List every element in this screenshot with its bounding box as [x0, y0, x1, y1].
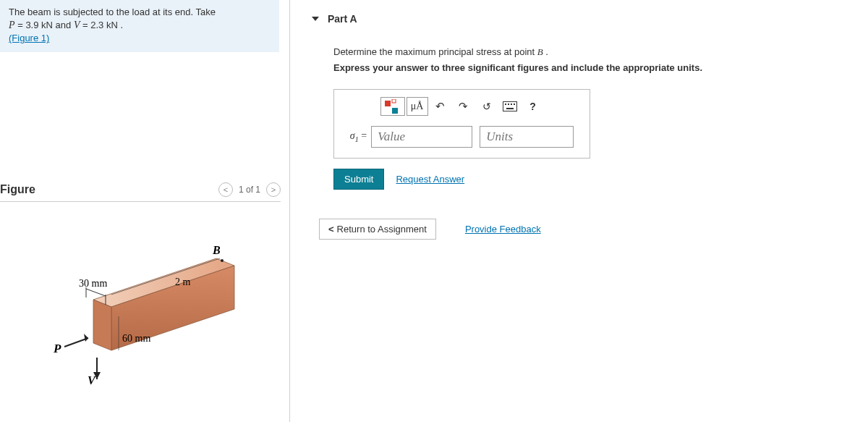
- fig-label-width: 30 mm: [79, 278, 107, 289]
- figure-title: Figure: [0, 183, 35, 196]
- var-P: P: [9, 20, 15, 30]
- svg-rect-15: [392, 108, 398, 114]
- answer-toolbar: μÅ ↶ ↷ ↺ ?: [343, 97, 581, 116]
- fig-label-B: B: [212, 244, 221, 256]
- svg-rect-20: [514, 104, 515, 105]
- collapse-icon[interactable]: [312, 17, 319, 21]
- fig-label-P: P: [53, 342, 61, 355]
- svg-rect-17: [505, 104, 506, 105]
- reset-icon: ↺: [482, 101, 491, 112]
- svg-rect-13: [385, 101, 391, 106]
- chevron-left-icon: <: [328, 224, 334, 235]
- keyboard-button[interactable]: [499, 97, 521, 116]
- answer-box: μÅ ↶ ↷ ↺ ? σ1 =: [333, 89, 590, 159]
- problem-statement: The beam is subjected to the load at its…: [0, 0, 279, 52]
- special-chars-button[interactable]: μÅ: [407, 97, 428, 116]
- svg-rect-18: [508, 104, 509, 105]
- svg-rect-21: [506, 108, 514, 109]
- problem-line1: The beam is subjected to the load at its…: [9, 6, 272, 19]
- svg-rect-14: [392, 99, 396, 103]
- svg-rect-19: [511, 104, 512, 105]
- figure-next-button[interactable]: >: [266, 182, 281, 197]
- return-button[interactable]: < Return to Assignment: [319, 219, 436, 240]
- redo-button[interactable]: ↷: [453, 97, 475, 116]
- reset-button[interactable]: ↺: [476, 97, 498, 116]
- fig-label-height: 60 mm: [122, 333, 150, 344]
- point-B: B: [537, 46, 543, 57]
- svg-line-9: [64, 338, 88, 347]
- figure-nav: < 1 of 1 >: [218, 182, 281, 197]
- figure-image: 30 mm 60 mm 2 m B P V: [0, 231, 281, 397]
- problem-line2: P = 3.9 kN and V = 2.3 kN .: [9, 19, 272, 33]
- question-instruction: Express your answer to three significant…: [333, 62, 782, 73]
- undo-button[interactable]: ↶: [430, 97, 451, 116]
- help-button[interactable]: ?: [522, 97, 544, 116]
- svg-marker-10: [84, 334, 88, 342]
- fig-label-V: V: [88, 374, 96, 387]
- template-button[interactable]: [380, 97, 405, 116]
- keyboard-icon: [503, 101, 517, 111]
- svg-marker-2: [93, 300, 111, 350]
- undo-icon: ↶: [435, 100, 445, 113]
- request-answer-link[interactable]: Request Answer: [396, 174, 464, 185]
- units-input[interactable]: [480, 126, 574, 148]
- redo-icon: ↷: [459, 100, 468, 113]
- part-title: Part A: [328, 13, 357, 25]
- svg-point-8: [221, 259, 224, 262]
- figure-nav-label: 1 of 1: [236, 185, 263, 195]
- svg-rect-16: [503, 102, 516, 111]
- figure-link[interactable]: (Figure 1): [9, 33, 49, 43]
- provide-feedback-link[interactable]: Provide Feedback: [465, 224, 541, 235]
- question-text: Determine the maximum principal stress a…: [333, 46, 782, 58]
- value-input[interactable]: [371, 126, 472, 148]
- svg-line-3: [86, 289, 106, 296]
- submit-button[interactable]: Submit: [333, 169, 384, 190]
- figure-prev-button[interactable]: <: [218, 182, 233, 197]
- fig-label-length: 2 m: [175, 277, 191, 287]
- sigma-label: σ1 =: [350, 130, 367, 143]
